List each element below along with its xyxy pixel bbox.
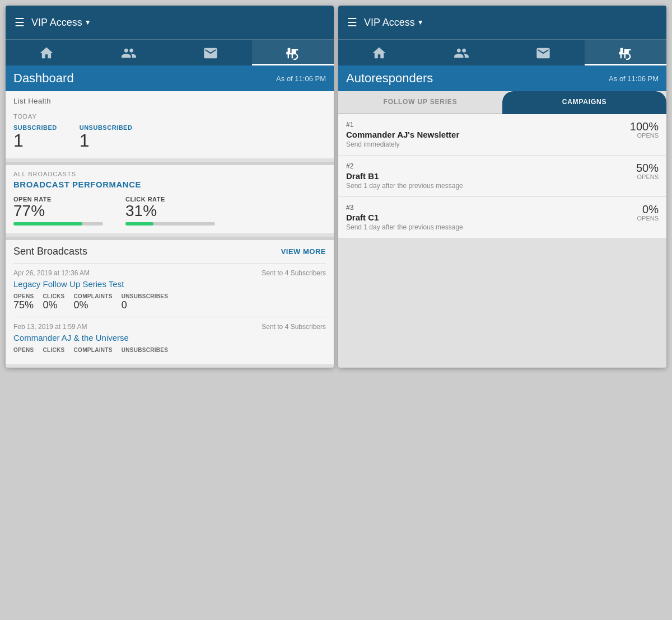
campaign-item-1[interactable]: #1 Commander AJ's Newsletter Send immedi… bbox=[338, 114, 666, 156]
subscribed-block: SUBSCRIBED 1 bbox=[13, 124, 57, 151]
campaign-num-2: #2 bbox=[346, 162, 463, 170]
broadcast-performance-section: ALL BROADCASTS BROADCAST PERFORMANCE OPE… bbox=[6, 165, 334, 233]
left-content: List Health TODAY SUBSCRIBED 1 UNSUBSCRI… bbox=[6, 91, 334, 368]
left-header-title: VIP Access ▼ bbox=[31, 17, 91, 29]
click-rate-block: CLICK RATE 31% bbox=[125, 196, 215, 226]
clicks-label-1: CLICKS bbox=[43, 293, 65, 299]
campaign-item-2[interactable]: #2 Draft B1 Send 1 day after the previou… bbox=[338, 156, 666, 197]
campaign-left-2: #2 Draft B1 Send 1 day after the previou… bbox=[346, 162, 463, 190]
unsubscribed-block: UNSUBSCRIBED 1 bbox=[80, 124, 133, 151]
campaign-item-3[interactable]: #3 Draft C1 Send 1 day after the previou… bbox=[338, 197, 666, 238]
complaints-label-2: COMPLAINTS bbox=[74, 347, 113, 353]
right-page-header: Autoresponders As of 11:06 PM bbox=[338, 65, 666, 91]
click-rate-bar-bg bbox=[125, 222, 215, 226]
list-health-title: List Health bbox=[6, 91, 334, 109]
sent-broadcasts-title: Sent Broadcasts bbox=[13, 246, 87, 257]
campaign-opens-2: OPENS bbox=[636, 173, 659, 180]
open-rate-value: 77% bbox=[13, 203, 103, 220]
left-screen: ☰ VIP Access ▼ bbox=[6, 6, 334, 368]
broadcast-sent-1: Sent to 4 Subscribers bbox=[262, 269, 326, 277]
campaign-pct-1: 100% bbox=[630, 121, 659, 132]
right-nav-tab-home[interactable] bbox=[338, 40, 421, 65]
right-content: FOLLOW UP SERIES CAMPAIGNS #1 Commander … bbox=[338, 91, 666, 368]
tab-campaigns[interactable]: CAMPAIGNS bbox=[502, 91, 666, 114]
nav-tab-mail[interactable] bbox=[170, 40, 252, 65]
campaign-num-1: #1 bbox=[346, 121, 459, 129]
complaints-label-1: COMPLAINTS bbox=[74, 293, 113, 299]
open-rate-bar-fill bbox=[13, 222, 82, 226]
campaign-pct-3: 0% bbox=[637, 204, 659, 215]
sent-broadcasts-header: Sent Broadcasts VIEW MORE bbox=[13, 246, 326, 257]
broadcast-name-2[interactable]: Commander AJ & the Universe bbox=[13, 333, 326, 342]
broadcast-date-2: Feb 13, 2019 at 1:59 AM bbox=[13, 323, 87, 331]
broadcast-meta-2: Feb 13, 2019 at 1:59 AM Sent to 4 Subscr… bbox=[13, 323, 326, 331]
right-screen: ☰ VIP Access ▼ bbox=[338, 6, 666, 368]
opens-stat-1: OPENS 75% bbox=[13, 293, 34, 311]
campaign-pct-2: 50% bbox=[636, 162, 659, 173]
campaign-opens-1: OPENS bbox=[630, 132, 659, 139]
nav-tab-home[interactable] bbox=[6, 40, 88, 65]
right-nav-tab-mailbox[interactable] bbox=[585, 40, 667, 65]
left-app-title: VIP Access bbox=[31, 17, 82, 29]
left-nav-tabs bbox=[6, 39, 334, 65]
complaints-stat-2: COMPLAINTS bbox=[74, 347, 113, 353]
opens-value-1: 75% bbox=[13, 299, 34, 311]
unsubscribes-label-2: UNSUBSCRIBES bbox=[122, 347, 169, 353]
campaign-desc-2: Send 1 day after the previous message bbox=[346, 182, 463, 190]
campaign-opens-3: OPENS bbox=[637, 215, 659, 222]
unsubscribes-stat-2: UNSUBSCRIBES bbox=[122, 347, 169, 353]
right-menu-icon[interactable]: ☰ bbox=[347, 17, 357, 28]
campaign-desc-1: Send immediately bbox=[346, 140, 459, 148]
tab-follow-up-series[interactable]: FOLLOW UP SERIES bbox=[338, 91, 502, 114]
left-header-caret[interactable]: ▼ bbox=[85, 18, 91, 26]
nav-tab-mailbox[interactable] bbox=[252, 40, 334, 65]
dashboard-title: Dashboard bbox=[13, 71, 74, 86]
dashboard-subtitle: As of 11:06 PM bbox=[276, 74, 326, 83]
view-more-button[interactable]: VIEW MORE bbox=[281, 247, 326, 256]
broadcast-item-1: Apr 26, 2019 at 12:36 AM Sent to 4 Subsc… bbox=[13, 263, 326, 317]
unsubscribes-value-1: 0 bbox=[122, 299, 169, 311]
right-mail-icon bbox=[535, 45, 551, 61]
campaign-name-3: Draft C1 bbox=[346, 213, 463, 222]
right-header-caret[interactable]: ▼ bbox=[417, 18, 424, 26]
unsubscribes-label-1: UNSUBSCRIBES bbox=[122, 293, 169, 299]
click-rate-bar-fill bbox=[125, 222, 153, 226]
campaign-right-3: 0% OPENS bbox=[637, 204, 659, 222]
home-icon bbox=[39, 45, 54, 61]
all-broadcasts-label: ALL BROADCASTS bbox=[13, 171, 326, 177]
autoresponders-title: Autoresponders bbox=[346, 71, 433, 86]
campaign-num-3: #3 bbox=[346, 204, 463, 212]
campaign-left-1: #1 Commander AJ's Newsletter Send immedi… bbox=[346, 121, 459, 148]
tab-follow-up-label: FOLLOW UP SERIES bbox=[384, 98, 458, 106]
left-menu-icon[interactable]: ☰ bbox=[15, 17, 25, 28]
screens-wrapper: ☰ VIP Access ▼ bbox=[6, 6, 666, 368]
left-header: ☰ VIP Access ▼ bbox=[6, 6, 334, 39]
clicks-stat-1: CLICKS 0% bbox=[43, 293, 65, 311]
rates-row: OPEN RATE 77% CLICK RATE 31% bbox=[13, 196, 326, 226]
right-app-title: VIP Access bbox=[364, 17, 415, 29]
broadcast-sent-2: Sent to 4 Subscribers bbox=[262, 323, 326, 331]
broadcast-meta-1: Apr 26, 2019 at 12:36 AM Sent to 4 Subsc… bbox=[13, 269, 326, 277]
right-header: ☰ VIP Access ▼ bbox=[338, 6, 666, 39]
campaign-left-3: #3 Draft C1 Send 1 day after the previou… bbox=[346, 204, 463, 231]
mailbox-icon bbox=[285, 45, 301, 61]
broadcast-name-1[interactable]: Legacy Follow Up Series Test bbox=[13, 279, 326, 289]
subscribed-row: SUBSCRIBED 1 UNSUBSCRIBED 1 bbox=[6, 122, 334, 158]
right-people-icon bbox=[454, 45, 469, 61]
complaints-value-1: 0% bbox=[74, 299, 113, 311]
broadcast-item-2: Feb 13, 2019 at 1:59 AM Sent to 4 Subscr… bbox=[13, 317, 326, 359]
opens-label-1: OPENS bbox=[13, 293, 34, 299]
right-nav-tab-people[interactable] bbox=[421, 40, 503, 65]
campaign-right-1: 100% OPENS bbox=[630, 121, 659, 139]
left-page-header: Dashboard As of 11:06 PM bbox=[6, 65, 334, 91]
right-mailbox-icon bbox=[618, 45, 633, 61]
broadcast-stats-1: OPENS 75% CLICKS 0% COMPLAINTS 0% UNSU bbox=[13, 293, 326, 311]
campaign-name-1: Commander AJ's Newsletter bbox=[346, 130, 459, 139]
nav-tab-people[interactable] bbox=[88, 40, 170, 65]
opens-label-2: OPENS bbox=[13, 347, 34, 353]
right-nav-tab-mail[interactable] bbox=[502, 40, 585, 65]
broadcast-date-1: Apr 26, 2019 at 12:36 AM bbox=[13, 269, 90, 277]
broadcast-stats-2: OPENS CLICKS COMPLAINTS UNSUBSCRIBE bbox=[13, 347, 326, 353]
clicks-label-2: CLICKS bbox=[43, 347, 65, 353]
subscribed-value: 1 bbox=[13, 131, 57, 151]
